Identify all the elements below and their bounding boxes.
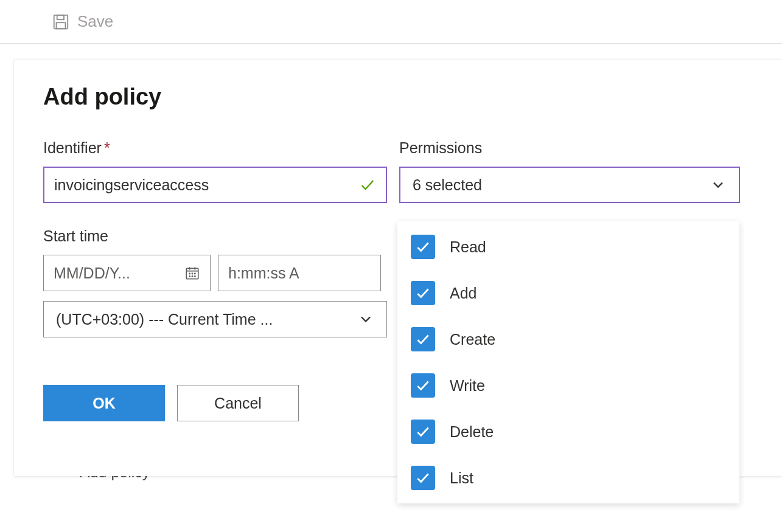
timezone-value: (UTC+03:00) --- Current Time ... [56,311,273,328]
svg-point-12 [189,276,190,277]
permissions-selected-text: 6 selected [413,176,482,194]
identifier-input[interactable] [54,176,359,194]
identifier-label: Identifier* [43,139,387,157]
checkbox-checked-icon[interactable] [411,281,435,305]
checkbox-checked-icon[interactable] [411,373,435,398]
chevron-down-icon [357,311,374,328]
permission-label: Add [450,285,477,302]
svg-rect-1 [57,15,64,19]
permission-label: Read [450,238,486,256]
cancel-button[interactable]: Cancel [177,385,299,421]
permissions-label: Permissions [399,139,740,157]
save-icon[interactable] [52,13,70,31]
checkbox-checked-icon[interactable] [411,235,435,259]
chevron-down-icon [710,176,727,193]
permissions-dropdown-panel: Read Add Create Write Delete List [397,221,739,503]
permission-option[interactable]: Write [397,362,739,409]
permissions-select[interactable]: 6 selected [399,167,740,203]
panel-title: Add policy [43,84,753,110]
svg-point-10 [192,273,192,274]
checkbox-checked-icon[interactable] [411,420,435,444]
svg-rect-2 [57,22,66,29]
left-column: Identifier* Start time MM/DD/Y... [43,139,387,421]
ok-button[interactable]: OK [43,385,165,421]
save-button-label[interactable]: Save [77,12,113,31]
permission-option[interactable]: Create [397,316,739,362]
permission-option[interactable]: Read [397,224,739,270]
checkbox-checked-icon[interactable] [411,466,435,490]
svg-point-14 [195,276,195,277]
svg-point-11 [195,273,195,274]
identifier-input-wrapper [43,167,387,203]
permission-label: List [450,469,473,487]
permission-label: Delete [450,423,494,441]
permission-label: Write [450,377,485,395]
start-time-label: Start time [43,227,387,245]
permission-option[interactable]: Delete [397,409,739,455]
start-date-placeholder: MM/DD/Y... [54,264,130,282]
checkbox-checked-icon[interactable] [411,327,435,351]
calendar-icon [184,265,200,281]
permission-label: Create [450,331,495,348]
required-star: * [104,139,110,156]
start-time-input[interactable]: h:mm:ss A [218,255,381,291]
permission-option[interactable]: List [397,455,739,501]
top-toolbar: Save [0,0,782,44]
identifier-label-text: Identifier [43,139,102,156]
timezone-select[interactable]: (UTC+03:00) --- Current Time ... [43,301,387,337]
permission-option[interactable]: Add [397,270,739,316]
svg-point-9 [189,273,190,274]
svg-point-13 [192,276,192,277]
check-icon [359,176,376,193]
start-date-input[interactable]: MM/DD/Y... [43,255,211,291]
start-time-placeholder: h:mm:ss A [228,264,299,282]
